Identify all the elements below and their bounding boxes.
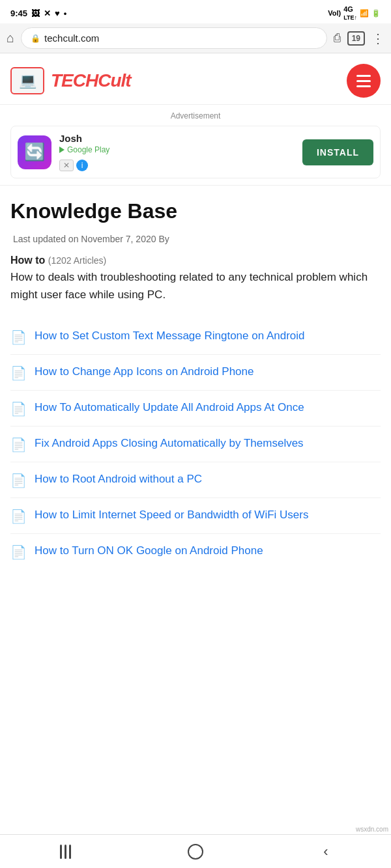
logo-cult: Cult: [98, 70, 130, 91]
menu-line-1: [356, 75, 371, 77]
url-text: techcult.com: [44, 33, 99, 44]
article-link[interactable]: How to Limit Internet Speed or Bandwidth…: [35, 507, 308, 523]
bottom-nav: ‹: [0, 834, 391, 868]
status-right: Vol) 4GLTE↑ 📶 🔋: [328, 5, 381, 21]
battery-icon: 🔋: [371, 9, 381, 18]
logo-area: 💻 TECHCult: [10, 67, 131, 94]
logo-icon: 💻: [10, 67, 44, 94]
list-item[interactable]: 📄 Fix Android Apps Closing Automatically…: [10, 427, 381, 462]
article-link[interactable]: How to Set Custom Text Message Ringtone …: [35, 328, 305, 344]
article-link[interactable]: How To Automatically Update All Android …: [35, 400, 304, 415]
ad-card: 🔄 Josh Google Play ✕ i INSTALL: [10, 126, 381, 178]
doc-icon: 📄: [10, 437, 27, 453]
page-title: Knowledge Base: [10, 199, 381, 223]
back-chevron-icon: ‹: [323, 843, 328, 860]
menu-button[interactable]: [347, 64, 381, 98]
meta-info: Last updated on November 7, 2020 By: [10, 234, 381, 244]
browser-actions: ⎙ 19 ⋮: [334, 31, 384, 46]
signal-icon: 📶: [360, 9, 369, 18]
ad-info: Josh Google Play ✕ i: [59, 133, 295, 171]
doc-icon: 📄: [10, 365, 27, 381]
site-header: 💻 TECHCult: [0, 53, 391, 105]
list-item[interactable]: 📄 How to Root Android without a PC: [10, 462, 381, 498]
list-item[interactable]: 📄 How to Set Custom Text Message Rington…: [10, 319, 381, 355]
play-icon: [59, 147, 65, 153]
ad-app-icon: 🔄: [18, 135, 51, 169]
article-link[interactable]: How to Change App Icons on Android Phone: [35, 364, 253, 380]
share-icon[interactable]: ⎙: [334, 31, 341, 45]
ad-app-name: Josh: [59, 133, 295, 144]
vol-icon: Vol): [328, 9, 341, 17]
photo-icon: 🖼: [31, 8, 40, 18]
ad-badges: ✕ i: [59, 160, 295, 171]
x-icon: ✕: [44, 8, 51, 18]
article-link[interactable]: How to Root Android without a PC: [35, 471, 202, 487]
main-content: Knowledge Base Last updated on November …: [0, 186, 391, 582]
doc-icon: 📄: [10, 473, 27, 488]
nav-home-button[interactable]: [130, 844, 261, 860]
menu-lines: [356, 75, 371, 87]
category-label: How to (1202 Articles): [10, 255, 381, 266]
menu-line-3: [356, 85, 371, 87]
list-item[interactable]: 📄 How to Change App Icons on Android Pho…: [10, 355, 381, 391]
category-name: How to: [10, 255, 45, 266]
nav-line-2: [65, 845, 66, 859]
list-item[interactable]: 📄 How To Automatically Update All Androi…: [10, 391, 381, 427]
install-button[interactable]: INSTALL: [302, 139, 373, 165]
lock-icon: 🔒: [31, 34, 40, 43]
nav-lines-button[interactable]: [0, 845, 130, 859]
nav-line-1: [60, 845, 62, 859]
doc-icon: 📄: [10, 329, 27, 345]
article-list: 📄 How to Set Custom Text Message Rington…: [10, 319, 381, 569]
status-bar: 9:45 🖼 ✕ ♥ • Vol) 4GLTE↑ 📶 🔋: [0, 0, 391, 23]
logo-laptop-icon: 💻: [19, 72, 36, 89]
advertisement-section: Advertisement 🔄 Josh Google Play ✕ i INS…: [0, 105, 391, 186]
dot-icon: •: [64, 8, 67, 18]
doc-icon: 📄: [10, 544, 27, 560]
list-item[interactable]: 📄 How to Limit Internet Speed or Bandwid…: [10, 498, 381, 534]
ad-info-badge[interactable]: i: [76, 160, 88, 171]
category-description: How to deals with troubleshooting relate…: [10, 269, 381, 303]
article-link[interactable]: How to Turn ON OK Google on Android Phon…: [35, 543, 263, 559]
article-link[interactable]: Fix Android Apps Closing Automatically b…: [35, 436, 304, 451]
nav-home-circle: [188, 844, 203, 860]
more-icon[interactable]: ⋮: [371, 31, 384, 46]
nav-line-3: [69, 845, 71, 859]
menu-line-2: [356, 80, 371, 82]
ad-source: Google Play: [59, 145, 295, 154]
url-bar[interactable]: 🔒 techcult.com: [21, 27, 327, 49]
logo-tech: TECH: [51, 70, 98, 91]
nav-back-button[interactable]: ‹: [261, 843, 391, 860]
ad-source-text: Google Play: [67, 145, 109, 154]
home-icon[interactable]: ⌂: [7, 31, 14, 46]
tab-count[interactable]: 19: [347, 31, 365, 46]
doc-icon: 📄: [10, 401, 27, 417]
page-content: 💻 TECHCult Advertisement 🔄 Josh: [0, 53, 391, 582]
ad-label: Advertisement: [10, 111, 381, 120]
status-left: 9:45 🖼 ✕ ♥ •: [10, 8, 66, 18]
ad-app-emoji: 🔄: [24, 142, 45, 162]
watermark: wsxdn.com: [353, 824, 391, 834]
list-item[interactable]: 📄 How to Turn ON OK Google on Android Ph…: [10, 534, 381, 569]
browser-bar: ⌂ 🔒 techcult.com ⎙ 19 ⋮: [0, 23, 391, 53]
logo-text: TECHCult: [51, 70, 131, 91]
network-icon: 4GLTE↑: [343, 5, 357, 21]
doc-icon: 📄: [10, 509, 27, 524]
status-time: 9:45: [10, 8, 27, 18]
heart-icon: ♥: [55, 8, 60, 18]
ad-close-badge[interactable]: ✕: [59, 160, 74, 171]
category-count: (1202 Articles): [48, 255, 106, 266]
